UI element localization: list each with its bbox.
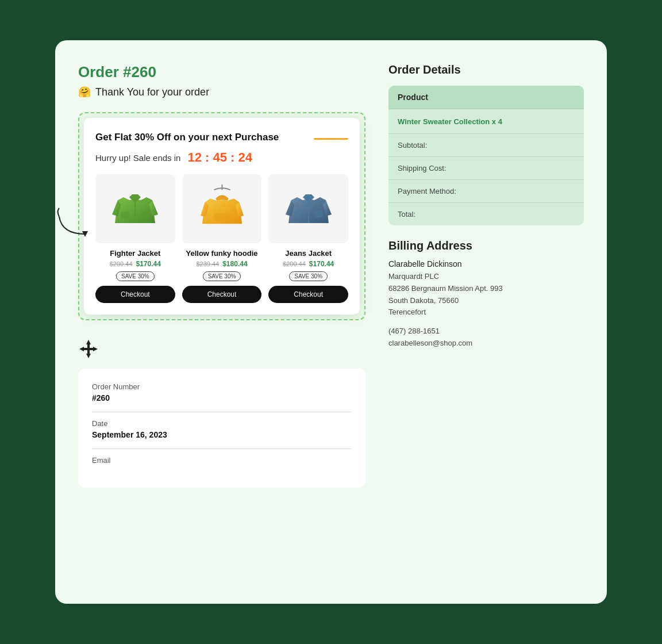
total-label: Total: [398, 210, 415, 218]
order-title: Order #260 [78, 63, 365, 81]
promo-line-decoration [314, 138, 348, 140]
billing-contact: (467) 288-1651 clarabelleson@shop.com [388, 325, 584, 350]
promo-title: Get Flat 30% Off on your next Purchase [95, 132, 279, 143]
total-row: Total: [388, 203, 584, 225]
billing-section: Billing Address Clarabelle Dickinson Mar… [388, 239, 584, 350]
promo-product-2: Yellow funky hoodie $239.44 $180.44 SAVE… [182, 174, 262, 303]
promo-product-1: Fighter Jacket $200.44 $170.44 SAVE 30% … [95, 174, 175, 303]
date-value: September 16, 2023 [92, 430, 352, 439]
right-column: Order Details Product Winter Sweater Col… [388, 63, 584, 488]
svg-rect-8 [214, 213, 230, 221]
thank-you-emoji: 🤗 [78, 86, 91, 98]
billing-address1: 68286 Bergnaum Mission Apt. 993 [388, 284, 503, 293]
billing-city: Terencefort [388, 308, 426, 316]
jacket-green-icon [112, 183, 158, 235]
move-cursor-icon [78, 339, 99, 359]
product-name-1: Fighter Jacket [110, 249, 160, 258]
checkout-button-3[interactable]: Checkout [268, 286, 348, 303]
original-price-2: $239.44 [196, 260, 219, 267]
price-row-1: $200.44 $170.44 [110, 260, 161, 268]
billing-address: Marquardt PLC 68286 Bergnaum Mission Apt… [388, 271, 584, 319]
discounted-price-1: $170.44 [136, 260, 161, 268]
promo-header: Get Flat 30% Off on your next Purchase [95, 132, 348, 143]
promo-wrapper: Get Flat 30% Off on your next Purchase H… [78, 112, 365, 320]
sale-ends-row: Hurry up! Sale ends in 12 : 45 : 24 [95, 150, 348, 165]
email-label: Email [92, 456, 352, 465]
price-row-2: $239.44 $180.44 [196, 260, 247, 268]
save-badge-1: SAVE 30% [116, 271, 155, 281]
promo-product-3: Jeans Jacket $200.44 $170.44 SAVE 30% Ch… [268, 174, 348, 303]
product-name-3: Jeans Jacket [285, 249, 332, 258]
date-label: Date [92, 419, 352, 428]
shipping-row: Shipping Cost: [388, 157, 584, 180]
original-price-3: $200.44 [283, 260, 306, 267]
sale-ends-label: Hurry up! Sale ends in [95, 153, 180, 163]
product-value-row: Winter Sweater Collection x 4 [388, 109, 584, 134]
order-details-title: Order Details [388, 63, 584, 76]
billing-company: Marquardt PLC [388, 272, 439, 281]
order-number-row: Order Number #260 [92, 382, 352, 402]
order-info-card: Order Number #260 Date September 16, 202… [78, 369, 365, 488]
product-link[interactable]: Winter Sweater Collection x 4 [398, 117, 502, 126]
discounted-price-2: $180.44 [222, 260, 247, 268]
thank-you-text: Thank You for your order [95, 86, 209, 98]
shipping-label: Shipping Cost: [398, 164, 447, 172]
checkout-button-2[interactable]: Checkout [182, 286, 262, 303]
product-image-1 [95, 174, 175, 243]
jacket-denim-icon [286, 183, 332, 235]
promo-card: Get Flat 30% Off on your next Purchase H… [84, 118, 360, 315]
save-badge-3: SAVE 30% [289, 271, 328, 281]
price-row-3: $200.44 $170.44 [283, 260, 334, 268]
svg-rect-4 [121, 212, 129, 218]
payment-label: Payment Method: [398, 187, 456, 195]
promo-products-row: Fighter Jacket $200.44 $170.44 SAVE 30% … [95, 174, 348, 303]
billing-name: Clarabelle Dickinson [388, 259, 584, 269]
email-row: Email [92, 456, 352, 465]
product-name-2: Yellow funky hoodie [186, 249, 258, 258]
original-price-1: $200.44 [110, 260, 133, 267]
date-row: Date September 16, 2023 [92, 419, 352, 439]
countdown-timer: 12 : 45 : 24 [187, 150, 252, 165]
discounted-price-3: $170.44 [309, 260, 334, 268]
thank-you-message: 🤗 Thank You for your order [78, 86, 365, 98]
hoodie-yellow-icon [201, 182, 244, 236]
order-details-table: Product Winter Sweater Collection x 4 Su… [388, 86, 584, 225]
billing-address2: South Dakota, 75660 [388, 296, 459, 305]
product-image-2 [182, 174, 262, 243]
svg-marker-18 [79, 340, 98, 358]
payment-row: Payment Method: [388, 180, 584, 203]
product-image-3 [268, 174, 348, 243]
subtotal-label: Subtotal: [398, 141, 427, 150]
billing-email: clarabelleson@shop.com [388, 339, 472, 347]
left-column: Order #260 🤗 Thank You for your order Ge… [78, 63, 365, 488]
order-number-label: Order Number [92, 382, 352, 391]
billing-phone: (467) 288-1651 [388, 327, 440, 335]
subtotal-row: Subtotal: [388, 134, 584, 157]
billing-title: Billing Address [388, 239, 584, 252]
checkout-button-1[interactable]: Checkout [95, 286, 175, 303]
move-cursor-area [78, 339, 365, 359]
order-number-value: #260 [92, 393, 352, 402]
svg-rect-5 [141, 212, 149, 218]
save-badge-2: SAVE 30% [203, 271, 241, 281]
product-column-header: Product [388, 86, 584, 109]
main-card: Order #260 🤗 Thank You for your order Ge… [55, 40, 607, 604]
svg-rect-14 [315, 210, 323, 217]
svg-rect-13 [294, 210, 302, 217]
